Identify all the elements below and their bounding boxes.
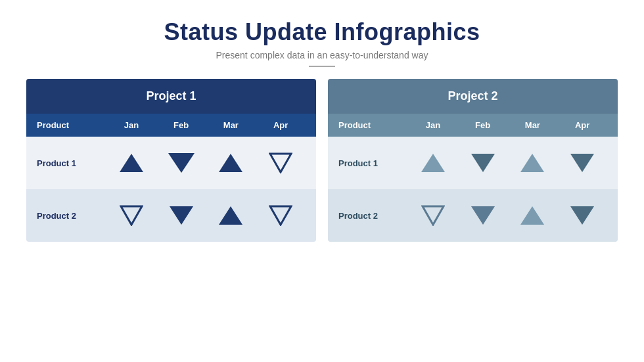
arrow-down-outline-icon — [421, 205, 445, 226]
col-product-1: Product — [37, 120, 106, 130]
col-apr-1: Apr — [256, 120, 306, 130]
col-jan-1: Jan — [106, 120, 156, 130]
table-row: Product 2 — [26, 189, 316, 242]
arrow-cell — [156, 153, 206, 173]
arrow-down-outline-icon — [269, 152, 292, 173]
arrow-cell — [156, 206, 206, 225]
col-feb-2: Feb — [458, 120, 508, 130]
col-mar-2: Mar — [508, 120, 558, 130]
arrow-cell — [557, 154, 607, 172]
project-2-header: Project 2 — [328, 79, 618, 114]
project-2-table: Project 2 Product Jan Feb Mar Apr Produc… — [328, 79, 618, 242]
arrow-up-icon — [520, 206, 544, 225]
arrow-down-outline-icon — [269, 205, 292, 226]
col-mar-1: Mar — [206, 120, 256, 130]
arrow-down-icon — [570, 206, 594, 225]
arrow-down-outline-icon — [120, 205, 143, 226]
arrow-cell — [206, 154, 256, 172]
arrow-cell — [508, 154, 558, 172]
divider — [309, 66, 335, 67]
svg-marker-1 — [121, 206, 142, 225]
tables-container: Project 1 Product Jan Feb Mar Apr Produc… — [0, 79, 644, 242]
svg-marker-2 — [270, 206, 291, 225]
main-title: Status Update Infographics — [164, 18, 480, 46]
arrow-down-icon — [471, 206, 495, 225]
project-1-header: Project 1 — [26, 79, 316, 114]
svg-marker-3 — [423, 206, 444, 225]
row-label: Product 2 — [37, 211, 106, 221]
table-row: Product 2 — [328, 189, 618, 242]
col-jan-2: Jan — [408, 120, 458, 130]
project-1-col-headers: Product Jan Feb Mar Apr — [26, 114, 316, 137]
project-2-col-headers: Product Jan Feb Mar Apr — [328, 114, 618, 137]
arrow-cell — [408, 205, 458, 226]
arrow-up-icon — [219, 206, 242, 225]
row-label: Product 1 — [37, 158, 106, 168]
arrow-cell — [557, 206, 607, 225]
arrow-cell — [458, 154, 508, 172]
row-label: Product 2 — [338, 211, 408, 221]
arrow-down-icon — [170, 206, 193, 225]
table-row: Product 1 — [26, 137, 316, 189]
subtitle: Present complex data in an easy-to-under… — [164, 50, 480, 60]
col-feb-1: Feb — [156, 120, 206, 130]
arrow-up-icon — [120, 154, 143, 172]
col-product-2: Product — [338, 120, 408, 130]
arrow-cell — [106, 205, 156, 226]
arrow-down-icon — [471, 154, 495, 172]
arrow-down-icon — [570, 154, 594, 172]
arrow-cell — [256, 205, 306, 226]
arrow-cell — [256, 152, 306, 173]
col-apr-2: Apr — [557, 120, 607, 130]
row-label: Product 1 — [338, 158, 408, 168]
arrow-up-icon — [421, 154, 445, 172]
project-1-table: Project 1 Product Jan Feb Mar Apr Produc… — [26, 79, 316, 242]
arrow-cell — [106, 154, 156, 172]
arrow-cell — [206, 206, 256, 225]
table-row: Product 1 — [328, 137, 618, 189]
arrow-cell — [458, 206, 508, 225]
svg-marker-0 — [270, 154, 291, 172]
arrow-up-icon — [520, 154, 544, 172]
arrow-cell — [508, 206, 558, 225]
page-header: Status Update Infographics Present compl… — [164, 18, 480, 67]
arrow-cell — [408, 154, 458, 172]
arrow-up-icon — [219, 154, 242, 172]
